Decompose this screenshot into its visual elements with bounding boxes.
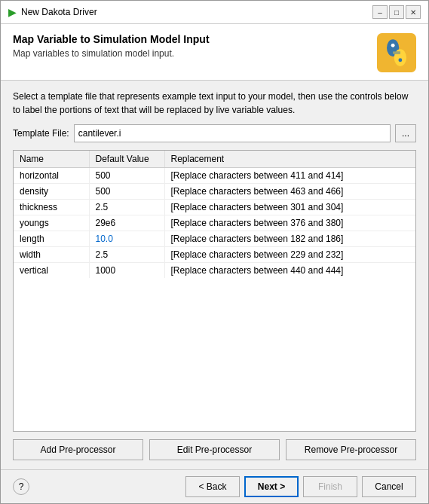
page-title: Map Variable to Simulation Model Input	[13, 33, 369, 45]
col-header-replacement: Replacement	[164, 151, 415, 168]
minimize-button[interactable]: –	[372, 5, 388, 19]
app-icon: ▶	[8, 6, 17, 18]
col-header-name: Name	[14, 151, 89, 168]
back-button[interactable]: < Back	[185, 476, 240, 497]
footer: ? < Back Next > Finish Cancel	[1, 469, 428, 503]
variables-table: Name Default Value Replacement horizonta…	[14, 151, 415, 278]
edit-preprocessor-button[interactable]: Edit Pre-processor	[149, 439, 280, 460]
cell-name: youngs	[14, 215, 89, 231]
page-header-text: Map Variable to Simulation Model Input M…	[13, 33, 369, 59]
cancel-button[interactable]: Cancel	[362, 476, 416, 497]
maximize-button[interactable]: □	[389, 5, 404, 19]
table-row: vertical1000[Replace characters between …	[14, 263, 415, 279]
python-logo	[377, 33, 416, 72]
table-row: width2.5[Replace characters between 229 …	[14, 247, 415, 263]
table-header-row: Name Default Value Replacement	[14, 151, 415, 168]
page-subtitle: Map variables to simulation model input.	[13, 48, 369, 59]
cell-default: 1000	[89, 263, 164, 279]
preprocessor-row: Add Pre-processor Edit Pre-processor Rem…	[13, 439, 416, 460]
cell-name: thickness	[14, 200, 89, 215]
cell-name: vertical	[14, 263, 89, 279]
cell-replacement: [Replace characters between 301 and 304]	[164, 200, 415, 215]
cell-replacement: [Replace characters between 376 and 380]	[164, 215, 415, 231]
main-window: ▶ New Dakota Driver – □ ✕ Map Variable t…	[0, 0, 429, 504]
page-description: Select a template file that represents e…	[13, 90, 416, 117]
cell-name: horizontal	[14, 168, 89, 184]
cell-replacement: [Replace characters between 182 and 186]	[164, 231, 415, 247]
svg-point-4	[398, 58, 402, 62]
remove-preprocessor-button[interactable]: Remove Pre-processor	[286, 439, 416, 460]
footer-left: ?	[13, 478, 185, 495]
next-button[interactable]: Next >	[244, 476, 299, 497]
cell-replacement: [Replace characters between 411 and 414]	[164, 168, 415, 184]
cell-name: width	[14, 247, 89, 263]
window-controls: – □ ✕	[372, 5, 421, 19]
cell-default: 500	[89, 184, 164, 200]
footer-buttons: < Back Next > Finish Cancel	[185, 476, 416, 497]
help-button[interactable]: ?	[13, 478, 29, 495]
add-preprocessor-button[interactable]: Add Pre-processor	[13, 439, 143, 460]
title-bar: ▶ New Dakota Driver – □ ✕	[1, 1, 428, 24]
table-row: horizontal500[Replace characters between…	[14, 168, 415, 184]
window-title: New Dakota Driver	[21, 7, 368, 17]
page-header: Map Variable to Simulation Model Input M…	[1, 24, 428, 81]
svg-point-3	[391, 44, 395, 47]
variables-table-container: Name Default Value Replacement horizonta…	[13, 150, 416, 432]
cell-replacement: [Replace characters between 229 and 232]	[164, 247, 415, 263]
cell-default: 500	[89, 168, 164, 184]
template-file-row: Template File: ...	[13, 124, 416, 142]
cell-default: 10.0	[89, 231, 164, 247]
table-row: density500[Replace characters between 46…	[14, 184, 415, 200]
finish-button[interactable]: Finish	[303, 476, 357, 497]
cell-replacement: [Replace characters between 463 and 466]	[164, 184, 415, 200]
cell-default: 2.5	[89, 200, 164, 215]
cell-default: 2.5	[89, 247, 164, 263]
svg-rect-6	[393, 51, 400, 53]
template-label: Template File:	[13, 128, 69, 139]
cell-default: 29e6	[89, 215, 164, 231]
cell-replacement: [Replace characters between 440 and 444]	[164, 263, 415, 279]
table-row: length10.0[Replace characters between 18…	[14, 231, 415, 247]
browse-button[interactable]: ...	[395, 124, 416, 142]
cell-name: density	[14, 184, 89, 200]
close-button[interactable]: ✕	[406, 5, 421, 19]
table-row: youngs29e6[Replace characters between 37…	[14, 215, 415, 231]
content-area: Select a template file that represents e…	[1, 81, 428, 469]
col-header-default: Default Value	[89, 151, 164, 168]
table-row: thickness2.5[Replace characters between …	[14, 200, 415, 215]
cell-name: length	[14, 231, 89, 247]
template-file-input[interactable]	[74, 124, 391, 142]
